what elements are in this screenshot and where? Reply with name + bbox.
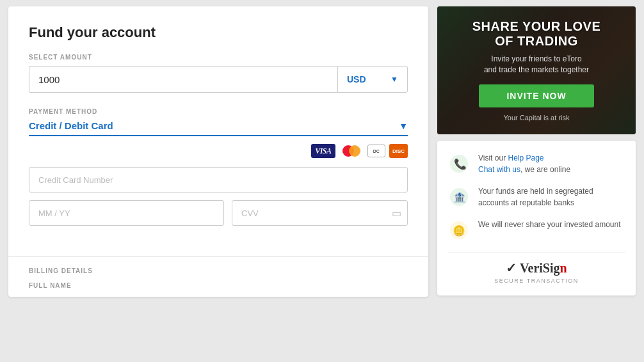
secure-transaction-label: SECURE TRANSACTION — [447, 278, 625, 284]
full-name-label: FULL NAME — [29, 282, 408, 289]
svg-text:📞: 📞 — [454, 158, 467, 170]
svg-text:🏦: 🏦 — [453, 191, 466, 203]
info-item-privacy: 🪙 We will never share your invested amou… — [447, 219, 625, 242]
coins-icon: 🪙 — [447, 219, 471, 242]
expiry-input[interactable] — [29, 200, 224, 226]
payment-chevron-icon: ▼ — [399, 121, 408, 131]
bank-icon: 🏦 — [447, 185, 471, 209]
info-privacy-text: We will never share your invested amount — [478, 219, 621, 230]
select-amount-label: SELECT AMOUNT — [29, 54, 408, 61]
expiry-cvv-row: ▭ — [29, 200, 408, 226]
cvv-input[interactable] — [232, 200, 408, 226]
main-form: Fund your account SELECT AMOUNT USD ▼ PA… — [8, 6, 428, 257]
diners-logo: DC — [367, 145, 385, 157]
payment-method-value: Credit / Debit Card — [29, 120, 113, 131]
payment-method-select[interactable]: Credit / Debit Card ▼ — [29, 120, 408, 136]
amount-input[interactable] — [29, 66, 337, 93]
mastercard-logo — [339, 144, 364, 158]
fund-account-panel: Fund your account SELECT AMOUNT USD ▼ PA… — [8, 6, 428, 297]
svg-text:🪙: 🪙 — [453, 224, 465, 237]
info-card: 📞 Visit our Help Page Chat with us, we a… — [437, 141, 636, 295]
billing-section: BILLING DETAILS FULL NAME — [8, 257, 428, 297]
invite-now-button[interactable]: INVITE NOW — [479, 84, 594, 107]
chat-with-us-link[interactable]: Chat with us — [478, 165, 520, 174]
cvv-wrapper: ▭ — [232, 200, 408, 226]
promo-subtitle: Invite your friends to eToroand trade th… — [472, 54, 601, 75]
discover-logo: DISC — [389, 144, 408, 158]
promo-content: SHARE YOUR LOVE OF TRADING Invite your f… — [460, 13, 614, 128]
credit-card-number-input[interactable] — [29, 167, 408, 193]
page-title: Fund your account — [29, 24, 408, 41]
promo-title: SHARE YOUR LOVE OF TRADING — [472, 19, 601, 49]
billing-details-label: BILLING DETAILS — [29, 267, 408, 274]
help-page-link[interactable]: Help Page — [508, 153, 543, 162]
phone-icon: 📞 — [447, 152, 471, 175]
info-item-funds: 🏦 Your funds are held in segregated acco… — [447, 185, 625, 209]
card-logos: VISA DC DISC — [29, 144, 408, 158]
visa-logo: VISA — [311, 144, 335, 158]
info-help-text: Visit our Help Page Chat with us, we are… — [478, 152, 570, 175]
promo-card: SHARE YOUR LOVE OF TRADING Invite your f… — [437, 6, 636, 134]
verisign-n: n — [560, 261, 567, 275]
promo-risk-text: Your Capital is at risk — [472, 114, 601, 122]
info-funds-text: Your funds are held in segregated accoun… — [478, 185, 625, 209]
cvv-card-icon: ▭ — [392, 207, 401, 219]
payment-method-label: PAYMENT METHOD — [29, 108, 408, 115]
payment-method-section: PAYMENT METHOD Credit / Debit Card ▼ VIS… — [29, 108, 408, 226]
verisign-section: ✓ VeriSign SECURE TRANSACTION — [447, 252, 625, 284]
info-item-help: 📞 Visit our Help Page Chat with us, we a… — [447, 152, 625, 175]
currency-value: USD — [347, 74, 366, 84]
right-panel: SHARE YOUR LOVE OF TRADING Invite your f… — [437, 6, 636, 297]
amount-row: USD ▼ — [29, 66, 408, 93]
currency-select[interactable]: USD ▼ — [337, 66, 408, 93]
mastercard-yellow-circle — [349, 145, 360, 157]
currency-chevron-icon: ▼ — [390, 75, 398, 84]
verisign-logo: ✓ VeriSign — [447, 260, 625, 276]
